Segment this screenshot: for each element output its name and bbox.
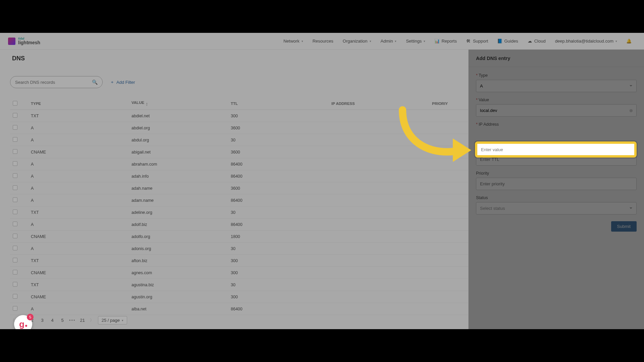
nav-network[interactable]: Network▾ [279, 39, 308, 44]
add-dns-drawer: Add DNS entry *Type A *Value ⊗ *IP Addre… [468, 50, 644, 329]
row-checkbox[interactable] [13, 161, 17, 166]
nav-resources[interactable]: Resources [308, 39, 338, 44]
cell-value: adah.name [129, 182, 228, 194]
row-checkbox[interactable] [13, 137, 17, 142]
type-label: *Type [476, 73, 637, 78]
chevron-down-icon: ▾ [370, 40, 371, 43]
col-ip[interactable]: IP Address [329, 97, 429, 110]
cell-ttl: 1800 [228, 231, 329, 243]
value-input-wrap[interactable]: ⊗ [476, 104, 637, 117]
cell-type: CNAME [28, 146, 129, 158]
search-input[interactable] [15, 80, 92, 85]
row-checkbox[interactable] [13, 113, 17, 118]
cell-value: adonis.org [129, 243, 228, 255]
ip-address-input[interactable] [477, 144, 634, 155]
row-checkbox[interactable] [13, 234, 17, 238]
nav-resources-label: Resources [313, 39, 333, 44]
cell-ttl: 30 [228, 243, 329, 255]
nav-user-menu[interactable]: deep.bhalotia@tidalcloud.com▾ [550, 39, 622, 44]
cell-type: A [28, 219, 129, 231]
top-nav: tidal lightmesh Network▾ Resources Organ… [0, 33, 644, 50]
cell-ttl: 86400 [228, 170, 329, 182]
value-label: *Value [476, 98, 637, 102]
cell-type: TXT [28, 206, 129, 219]
cell-ip [329, 194, 429, 206]
nav-organization-label: Organization [343, 39, 368, 44]
pagination-size-label: 25 / page [102, 318, 120, 323]
cell-value: agustina.biz [129, 279, 228, 291]
cell-type: TXT [28, 255, 129, 267]
row-checkbox[interactable] [13, 246, 17, 250]
nav-support[interactable]: 🛠Support [462, 39, 493, 44]
col-type[interactable]: TYPE [28, 97, 129, 110]
row-checkbox[interactable] [13, 306, 17, 311]
pagination-page-5[interactable]: 5 [59, 318, 66, 323]
cell-ip [329, 279, 429, 291]
nav-organization[interactable]: Organization▾ [338, 39, 376, 44]
cell-ip [329, 243, 429, 255]
nav-cloud[interactable]: ☁Cloud [523, 39, 550, 44]
nav-reports[interactable]: 📊Reports [430, 39, 462, 44]
pagination-page-3[interactable]: 3 [39, 318, 46, 323]
type-select[interactable]: A [476, 80, 637, 92]
cell-type: CNAME [28, 231, 129, 243]
row-checkbox[interactable] [13, 197, 17, 202]
col-ttl[interactable]: TTL [228, 97, 329, 110]
status-select[interactable]: Select status [476, 202, 637, 215]
priority-input[interactable] [480, 181, 633, 186]
cell-value: adeline.org [129, 206, 228, 219]
field-status: Status Select status [476, 195, 637, 215]
row-checkbox[interactable] [13, 270, 17, 275]
cell-value: agnes.com [129, 267, 228, 279]
field-type: *Type A [476, 73, 637, 92]
pagination-page-last[interactable]: 21 [79, 318, 86, 323]
cell-ip [329, 231, 429, 243]
type-value: A [480, 83, 483, 88]
clear-value-icon[interactable]: ⊗ [629, 108, 633, 113]
nav-cloud-label: Cloud [534, 39, 546, 44]
ttl-input[interactable] [480, 157, 633, 162]
status-placeholder: Select status [480, 206, 505, 211]
cell-ip [329, 219, 429, 231]
cell-ip [329, 303, 429, 315]
value-input[interactable] [480, 108, 633, 113]
cell-ip [329, 255, 429, 267]
pagination-next[interactable]: 〉 [89, 317, 95, 323]
field-value: *Value ⊗ [476, 98, 637, 117]
row-checkbox[interactable] [13, 222, 17, 226]
select-all-checkbox[interactable] [13, 101, 17, 106]
row-checkbox[interactable] [13, 173, 17, 178]
cell-type: TXT [28, 110, 129, 122]
bell-icon: 🔔 [627, 39, 631, 44]
search-box[interactable]: 🔍 [10, 76, 103, 88]
nav-support-label: Support [473, 39, 488, 44]
nav-settings[interactable]: Settings▾ [401, 39, 430, 44]
nav-bell[interactable]: 🔔 [622, 39, 636, 44]
row-checkbox[interactable] [13, 125, 17, 130]
row-checkbox[interactable] [13, 258, 17, 262]
col-value[interactable]: Value▲▼ [129, 97, 228, 110]
add-filter-label: Add Filter [116, 80, 135, 85]
plus-icon: ＋ [110, 79, 114, 85]
add-filter-button[interactable]: ＋ Add Filter [110, 79, 135, 85]
row-checkbox[interactable] [13, 294, 17, 299]
row-checkbox[interactable] [13, 209, 17, 214]
ip-input-highlight[interactable] [475, 141, 637, 158]
cell-value: adah.info [129, 170, 228, 182]
row-checkbox[interactable] [13, 149, 17, 154]
priority-input-wrap[interactable] [476, 178, 637, 190]
cell-ip [329, 182, 429, 194]
row-checkbox[interactable] [13, 282, 17, 287]
nav-admin[interactable]: Admin▾ [376, 39, 401, 44]
row-checkbox[interactable] [13, 185, 17, 190]
cell-type: A [28, 134, 129, 146]
pagination-page-4[interactable]: 4 [49, 318, 56, 323]
col-checkbox[interactable] [10, 97, 28, 110]
nav-guides[interactable]: 📘Guides [493, 39, 523, 44]
cell-ttl: 86400 [228, 219, 329, 231]
pagination-size-select[interactable]: 25 / page ▾ [98, 316, 127, 324]
logo[interactable]: tidal lightmesh [8, 37, 40, 45]
cell-ttl: 300 [228, 291, 329, 303]
cell-type: A [28, 122, 129, 134]
submit-button[interactable]: Submit [611, 221, 637, 232]
